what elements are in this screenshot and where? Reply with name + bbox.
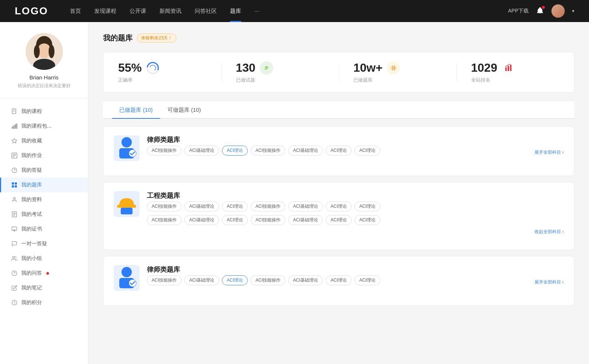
svg-rect-9: [12, 126, 13, 129]
svg-rect-10: [13, 125, 14, 129]
sidebar-label-course-packs: 我的课程包...: [21, 123, 52, 129]
sidebar-label-certs: 我的证书: [21, 226, 42, 232]
sidebar-item-courses[interactable]: 我的课程: [0, 104, 88, 119]
tab-available-banks[interactable]: 可做题库 (10): [160, 101, 208, 119]
svg-rect-11: [15, 124, 16, 129]
nav-discover[interactable]: 发现课程: [94, 8, 116, 15]
profile-name: Brian Harris: [29, 74, 59, 81]
notification-bell[interactable]: [536, 7, 544, 16]
app-download-button[interactable]: APP下载: [508, 8, 529, 14]
file2-icon: [11, 211, 18, 218]
sidebar-item-questions[interactable]: 我的答疑: [0, 163, 88, 178]
tag-eng-r1-1[interactable]: ACI基础理论: [184, 201, 219, 211]
qbank-card-lawyer-content: 律师类题库 ACI技能操作 ACI基础理论 ACI理论 ACI技能操作 ACI基…: [147, 135, 564, 156]
sidebar-label-notes: 我的笔记: [21, 285, 42, 291]
tag-eng-r2-3[interactable]: ACI技能操作: [251, 215, 285, 225]
list-icon: [260, 61, 273, 75]
stat-questions-done-value: 130: [236, 61, 255, 75]
svg-point-24: [13, 197, 15, 199]
sidebar-item-course-packs[interactable]: 我的课程包...: [0, 119, 88, 133]
tag-lawyer-2[interactable]: ACI理论: [222, 146, 248, 156]
sidebar-label-favorites: 我的收藏: [21, 138, 42, 144]
top-navigation: LOGO 首页 发现课程 公开课 新闻资讯 问答社区 题库 ··· APP下载 …: [0, 0, 589, 22]
tag-eng-r2-4[interactable]: ACI基础理论: [288, 215, 323, 225]
svg-point-56: [121, 267, 132, 277]
table-icon: [387, 61, 400, 75]
sidebar-item-homework[interactable]: 我的作业: [0, 148, 88, 163]
tag-eng-r1-6[interactable]: ACI理论: [355, 201, 380, 211]
svg-rect-20: [12, 182, 14, 185]
tab-done-banks[interactable]: 已做题库 (10): [112, 101, 160, 119]
user-menu-chevron[interactable]: ▾: [572, 8, 574, 14]
tag-lawyer-5[interactable]: ACI理论: [326, 146, 352, 156]
qbank-card-lawyer2-content: 律师类题库 ACI技能操作 ACI基础理论 ACI理论 ACI技能操作 ACI基…: [147, 265, 564, 285]
list-svg: [263, 64, 270, 72]
tag-lawyer-6[interactable]: ACI理论: [355, 146, 380, 156]
sidebar-item-points[interactable]: 我的积分: [0, 295, 88, 310]
sidebar-label-questions: 我的答疑: [21, 167, 42, 174]
bar-icon: [11, 123, 18, 129]
tabs-row: 已做题库 (10) 可做题库 (10): [103, 101, 574, 119]
tag-lawyer2-3[interactable]: ACI技能操作: [251, 275, 285, 285]
tag-eng-r2-1[interactable]: ACI基础理论: [184, 215, 219, 225]
nav-home[interactable]: 首页: [70, 8, 81, 15]
tag-eng-r2-5[interactable]: ACI理论: [326, 215, 352, 225]
tag-eng-r1-4[interactable]: ACI基础理论: [288, 201, 323, 211]
tag-lawyer-0[interactable]: ACI技能操作: [147, 146, 181, 156]
sidebar-label-homework: 我的作业: [21, 152, 42, 159]
svg-rect-21: [15, 182, 17, 185]
qbank-card-lawyer2-header: 律师类题库 ACI技能操作 ACI基础理论 ACI理论 ACI技能操作 ACI基…: [114, 265, 564, 291]
nav-news[interactable]: 新闻资讯: [159, 8, 181, 15]
chart-svg: [504, 64, 512, 72]
person-check-icon: [116, 136, 138, 160]
user-avatar[interactable]: [551, 4, 565, 18]
tag-lawyer2-5[interactable]: ACI理论: [326, 275, 352, 285]
expand-lawyer2-button[interactable]: 展开全部科目 ›: [535, 279, 564, 285]
tag-lawyer-4[interactable]: ACI基础理论: [288, 146, 323, 156]
sidebar-item-favorites[interactable]: 我的收藏: [0, 133, 88, 148]
svg-point-38: [150, 65, 156, 71]
tag-lawyer2-1[interactable]: ACI基础理论: [184, 275, 219, 285]
nav-qbank[interactable]: 题库: [230, 8, 241, 15]
qbank-card-engineering: 工程类题库 ACI技能操作 ACI基础理论 ACI理论 ACI技能操作 ACI基…: [103, 182, 574, 250]
expand-lawyer-button[interactable]: 展开全部科目 ›: [535, 149, 564, 156]
sidebar-item-profile-data[interactable]: 我的资料: [0, 192, 88, 207]
trial-badge: 体验剩余23天！: [137, 33, 176, 43]
tag-eng-r1-0[interactable]: ACI技能操作: [147, 201, 181, 211]
lawyer-icon-box: [114, 135, 140, 161]
chat-icon: [11, 240, 18, 247]
collapse-engineering-button[interactable]: 收起全部科目 ›: [535, 229, 564, 235]
sidebar-item-exams[interactable]: 我的考试: [0, 207, 88, 222]
avatar-image: [551, 4, 565, 18]
sidebar-item-my-questions[interactable]: 我的问答: [0, 266, 88, 281]
tag-eng-r2-2[interactable]: ACI理论: [222, 215, 248, 225]
tag-eng-r1-3[interactable]: ACI技能操作: [251, 201, 285, 211]
svg-rect-12: [16, 124, 17, 129]
nav-more[interactable]: ···: [254, 8, 259, 15]
sidebar-item-certs[interactable]: 我的证书: [0, 222, 88, 236]
tag-lawyer2-6[interactable]: ACI理论: [355, 275, 380, 285]
tag-eng-r2-0[interactable]: ACI技能操作: [147, 215, 181, 225]
tag-lawyer2-4[interactable]: ACI基础理论: [288, 275, 323, 285]
question-icon: [11, 167, 18, 174]
tag-eng-r1-5[interactable]: ACI理论: [326, 201, 352, 211]
sidebar-item-qbank[interactable]: 我的题库: [0, 178, 88, 192]
svg-rect-23: [15, 185, 17, 188]
tag-lawyer-1[interactable]: ACI基础理论: [184, 146, 219, 156]
svg-rect-49: [508, 66, 509, 71]
tag-eng-r1-2[interactable]: ACI理论: [222, 201, 248, 211]
sidebar-label-my-questions: 我的问答: [21, 270, 42, 276]
sidebar-item-notes[interactable]: 我的笔记: [0, 281, 88, 295]
nav-opencourse[interactable]: 公开课: [130, 8, 146, 15]
table-svg: [390, 64, 397, 72]
sidebar-item-groups[interactable]: 我的小组: [0, 251, 88, 266]
profile-avatar: [26, 33, 63, 70]
sidebar-item-one-on-one[interactable]: 一对一答疑: [0, 236, 88, 251]
svg-point-51: [121, 137, 132, 147]
stat-questions-done-label: 已做试题: [236, 77, 255, 83]
tag-lawyer2-2[interactable]: ACI理论: [222, 275, 248, 285]
tag-eng-r2-6[interactable]: ACI理论: [355, 215, 380, 225]
tag-lawyer-3[interactable]: ACI技能操作: [251, 146, 285, 156]
nav-qa[interactable]: 问答社区: [195, 8, 217, 15]
tag-lawyer2-0[interactable]: ACI技能操作: [147, 275, 181, 285]
